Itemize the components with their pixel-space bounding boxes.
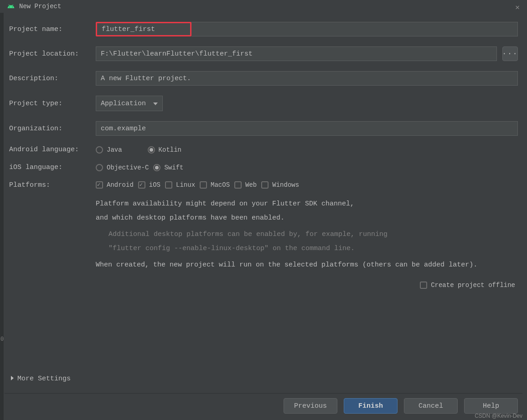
gutter-number: 0	[0, 336, 4, 343]
checkbox-icon	[138, 181, 145, 189]
window-title: New Project	[19, 3, 61, 10]
ios-lang-objc-radio[interactable]: Objective-C	[96, 164, 149, 171]
help-button[interactable]: Help	[464, 398, 518, 414]
android-language-label: Android language:	[9, 146, 96, 154]
platform-linux-checkbox[interactable]: Linux	[165, 181, 195, 189]
checkbox-icon	[234, 181, 242, 189]
watermark-text: CSDN @Kevin-Dev	[475, 413, 522, 419]
checkbox-icon	[420, 282, 427, 289]
description-label: Description:	[9, 75, 96, 82]
radio-icon	[96, 146, 103, 154]
checkbox-icon	[200, 181, 207, 189]
platform-web-checkbox[interactable]: Web	[234, 181, 257, 189]
browse-location-button[interactable]: ···	[502, 46, 518, 61]
titlebar: New Project ✕	[0, 0, 527, 13]
platform-windows-checkbox[interactable]: Windows	[261, 181, 299, 189]
platform-android-checkbox[interactable]: Android	[96, 181, 134, 189]
cancel-button[interactable]: Cancel	[404, 398, 458, 414]
checkbox-label: Web	[245, 181, 257, 189]
close-icon[interactable]: ✕	[515, 3, 520, 12]
checkbox-label: iOS	[149, 181, 160, 189]
checkbox-icon	[96, 181, 103, 189]
description-input[interactable]	[96, 71, 518, 86]
radio-icon	[96, 164, 103, 171]
platform-macos-checkbox[interactable]: MacOS	[200, 181, 230, 189]
more-settings-toggle[interactable]: More Settings	[11, 375, 71, 383]
radio-label: Swift	[164, 164, 183, 171]
android-lang-java-radio[interactable]: Java	[96, 146, 122, 154]
ios-lang-swift-radio[interactable]: Swift	[153, 164, 183, 171]
finish-button[interactable]: Finish	[344, 398, 398, 414]
radio-icon	[148, 146, 155, 154]
android-icon	[7, 3, 15, 10]
chevron-down-icon	[153, 100, 158, 108]
info-line4: "flutter config --enable-linux-desktop" …	[108, 244, 518, 254]
create-offline-checkbox[interactable]: Create project offline	[420, 282, 515, 289]
project-location-label: Project location:	[9, 50, 96, 58]
project-type-label: Project type:	[9, 100, 96, 108]
checkbox-label: Android	[107, 181, 134, 189]
separator	[5, 393, 522, 394]
info-line1: Platform availability might depend on yo…	[96, 199, 518, 210]
project-name-input-ext[interactable]	[191, 22, 518, 36]
more-settings-label: More Settings	[17, 375, 71, 383]
radio-label: Objective-C	[107, 164, 149, 171]
previous-button[interactable]: Previous	[284, 398, 337, 414]
project-type-dropdown[interactable]: Application	[96, 96, 163, 111]
info-line3: Additional desktop platforms can be enab…	[108, 230, 518, 240]
android-lang-kotlin-radio[interactable]: Kotlin	[148, 146, 181, 154]
organization-input[interactable]	[96, 121, 518, 136]
platform-ios-checkbox[interactable]: iOS	[138, 181, 160, 189]
checkbox-label: MacOS	[211, 181, 230, 189]
info-line5: When created, the new project will run o…	[96, 260, 518, 271]
checkbox-icon	[261, 181, 269, 189]
radio-icon	[153, 164, 160, 171]
project-name-input[interactable]	[96, 22, 191, 36]
expand-right-icon	[11, 375, 15, 383]
radio-label: Kotlin	[159, 146, 181, 154]
project-location-input[interactable]	[96, 46, 497, 61]
ios-language-label: iOS language:	[9, 164, 96, 171]
project-name-label: Project name:	[9, 26, 96, 33]
checkbox-icon	[165, 181, 172, 189]
radio-label: Java	[107, 146, 122, 154]
checkbox-label: Create project offline	[431, 282, 515, 289]
checkbox-label: Windows	[272, 181, 299, 189]
checkbox-label: Linux	[176, 181, 195, 189]
platforms-label: Platforms:	[9, 181, 96, 189]
project-type-value: Application	[101, 100, 146, 108]
organization-label: Organization:	[9, 125, 96, 133]
info-line2: and which desktop platforms have been en…	[96, 213, 518, 224]
